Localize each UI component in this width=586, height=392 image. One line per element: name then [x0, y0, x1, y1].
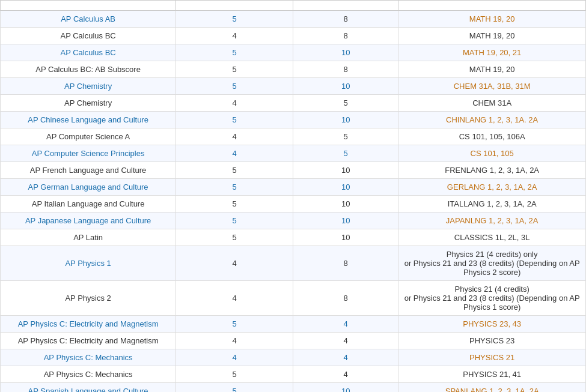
exam-name: AP Chemistry [1, 95, 176, 112]
equiv-course: MATH 19, 20 [398, 28, 586, 44]
exam-name: AP French Language and Culture [1, 162, 176, 179]
table-row: AP Computer Science Principles 4 5 CS 10… [1, 145, 586, 162]
min-score: 5 [176, 196, 293, 213]
equiv-course: Physics 21 (4 credits) only or Physics 2… [398, 246, 586, 281]
num-credits: 10 [293, 229, 398, 246]
num-credits: 10 [293, 383, 398, 393]
table-row: AP Physics C: Electricity and Magnetism … [1, 333, 586, 349]
exam-name: AP Spanish Language and Culture [1, 383, 176, 393]
table-row: AP Physics C: Mechanics 4 4 PHYSICS 21 [1, 349, 586, 366]
exam-name: AP Italian Language and Culture [1, 196, 176, 213]
min-score: 5 [176, 11, 293, 28]
num-credits: 10 [293, 179, 398, 196]
num-credits: 4 [293, 333, 398, 349]
exam-name: AP Physics 2 [1, 281, 176, 316]
min-score: 5 [176, 316, 293, 333]
equiv-course: PHYSICS 23, 43 [398, 316, 586, 333]
exam-name: AP Latin [1, 229, 176, 246]
equiv-course: PHYSICS 21 [398, 349, 586, 366]
min-score: 5 [176, 366, 293, 383]
num-credits: 10 [293, 44, 398, 61]
equiv-course: ITALLANG 1, 2, 3, 1A, 2A [398, 196, 586, 213]
num-credits: 10 [293, 78, 398, 95]
table-row: AP Chinese Language and Culture 5 10 CHI… [1, 112, 586, 128]
table-row: AP Calculus AB 5 8 MATH 19, 20 [1, 11, 586, 28]
exam-name: AP Physics C: Mechanics [1, 349, 176, 366]
min-score: 5 [176, 179, 293, 196]
table-row: AP Physics 1 4 8 Physics 21 (4 credits) … [1, 246, 586, 281]
equiv-course: PHYSICS 23 [398, 333, 586, 349]
num-credits: 8 [293, 11, 398, 28]
header-credits [293, 1, 398, 11]
min-score: 5 [176, 383, 293, 393]
equiv-course: MATH 19, 20, 21 [398, 44, 586, 61]
num-credits: 10 [293, 213, 398, 229]
num-credits: 8 [293, 28, 398, 44]
min-score: 5 [176, 229, 293, 246]
exam-name: AP Chemistry [1, 78, 176, 95]
table-row: AP Physics C: Mechanics 5 4 PHYSICS 21, … [1, 366, 586, 383]
min-score: 4 [176, 145, 293, 162]
exam-name: AP Calculus BC [1, 44, 176, 61]
min-score: 5 [176, 44, 293, 61]
equiv-course: CHEM 31A, 31B, 31M [398, 78, 586, 95]
exam-name: AP Physics C: Mechanics [1, 366, 176, 383]
table-row: AP Latin 5 10 CLASSICS 1L, 2L, 3L [1, 229, 586, 246]
min-score: 5 [176, 112, 293, 128]
equiv-course: CHEM 31A [398, 95, 586, 112]
min-score: 4 [176, 281, 293, 316]
equiv-course: JAPANLNG 1, 2, 3, 1A, 2A [398, 213, 586, 229]
num-credits: 5 [293, 95, 398, 112]
min-score: 4 [176, 28, 293, 44]
table-row: AP Calculus BC: AB Subscore 5 8 MATH 19,… [1, 61, 586, 78]
min-score: 5 [176, 162, 293, 179]
min-score: 4 [176, 333, 293, 349]
equiv-course: CHINLANG 1, 2, 3, 1A. 2A [398, 112, 586, 128]
table-row: AP Calculus BC 4 8 MATH 19, 20 [1, 28, 586, 44]
num-credits: 10 [293, 112, 398, 128]
num-credits: 4 [293, 366, 398, 383]
table-row: AP Physics 2 4 8 Physics 21 (4 credits) … [1, 281, 586, 316]
exam-name: AP Computer Science A [1, 128, 176, 145]
equiv-course: GERLANG 1, 2, 3, 1A, 2A [398, 179, 586, 196]
exam-name: AP Physics C: Electricity and Magnetism [1, 316, 176, 333]
num-credits: 4 [293, 349, 398, 366]
table-row: AP Spanish Language and Culture 5 10 SPA… [1, 383, 586, 393]
num-credits: 8 [293, 281, 398, 316]
table-row: AP Chemistry 5 10 CHEM 31A, 31B, 31M [1, 78, 586, 95]
equiv-course: SPANLANG 1, 2, 3, 1A, 2A [398, 383, 586, 393]
exam-name: AP Calculus BC [1, 28, 176, 44]
exam-name: AP Japanese Language and Culture [1, 213, 176, 229]
header-equiv-course [398, 1, 586, 11]
equiv-course: CS 101, 105, 106A [398, 128, 586, 145]
num-credits: 5 [293, 128, 398, 145]
table-row: AP French Language and Culture 5 10 FREN… [1, 162, 586, 179]
exam-name: AP Physics 1 [1, 246, 176, 281]
num-credits: 10 [293, 196, 398, 213]
num-credits: 10 [293, 162, 398, 179]
table-row: AP Chemistry 4 5 CHEM 31A [1, 95, 586, 112]
num-credits: 4 [293, 316, 398, 333]
equiv-course: Physics 21 (4 credits) or Physics 21 and… [398, 281, 586, 316]
min-score: 4 [176, 95, 293, 112]
table-row: AP Japanese Language and Culture 5 10 JA… [1, 213, 586, 229]
num-credits: 8 [293, 246, 398, 281]
num-credits: 5 [293, 145, 398, 162]
equiv-course: MATH 19, 20 [398, 61, 586, 78]
exam-name: AP Calculus AB [1, 11, 176, 28]
exam-name: AP Computer Science Principles [1, 145, 176, 162]
table-row: AP Computer Science A 4 5 CS 101, 105, 1… [1, 128, 586, 145]
exam-name: AP Calculus BC: AB Subscore [1, 61, 176, 78]
equiv-course: CLASSICS 1L, 2L, 3L [398, 229, 586, 246]
min-score: 4 [176, 128, 293, 145]
min-score: 5 [176, 61, 293, 78]
table-row: AP Italian Language and Culture 5 10 ITA… [1, 196, 586, 213]
min-score: 4 [176, 246, 293, 281]
exam-name: AP German Language and Culture [1, 179, 176, 196]
header-min-score [176, 1, 293, 11]
equiv-course: PHYSICS 21, 41 [398, 366, 586, 383]
equiv-course: MATH 19, 20 [398, 11, 586, 28]
min-score: 5 [176, 213, 293, 229]
min-score: 5 [176, 78, 293, 95]
table-row: AP German Language and Culture 5 10 GERL… [1, 179, 586, 196]
